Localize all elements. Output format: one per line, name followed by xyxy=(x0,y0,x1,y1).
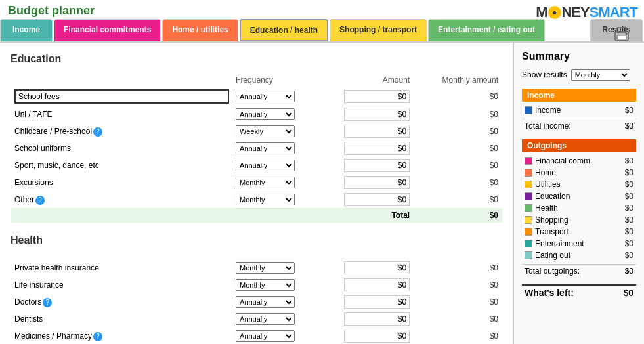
income-total-row: Total income: $0 xyxy=(522,119,636,133)
education-section-title: Education xyxy=(11,53,502,65)
outgoings-section-title: Outgoings xyxy=(522,139,636,152)
amount-input[interactable] xyxy=(344,312,410,326)
show-results-select[interactable]: Monthly Weekly Fortnightly Annually xyxy=(571,69,630,81)
help-icon[interactable]: ? xyxy=(93,127,102,137)
logo: M ● NEY SMART xyxy=(536,4,637,21)
col-label-header xyxy=(11,73,232,87)
education-row: Other?WeeklyFortnightlyMonthlyAnnually$0 xyxy=(11,191,502,208)
tab-home[interactable]: Home / utilities xyxy=(162,19,238,41)
outgoing-summary-row: Transport$0 xyxy=(522,226,636,238)
education-row: Uni / TAFEWeeklyFortnightlyMonthlyAnnual… xyxy=(11,106,502,123)
frequency-select[interactable]: WeeklyFortnightlyMonthlyAnnually xyxy=(236,108,295,120)
frequency-select[interactable]: WeeklyFortnightlyMonthlyAnnually xyxy=(236,313,295,325)
amount-input[interactable] xyxy=(344,330,410,343)
outgoing-color-dot xyxy=(525,204,532,212)
svg-rect-1 xyxy=(617,35,626,40)
outgoing-color-dot xyxy=(525,181,532,188)
help-icon[interactable]: ? xyxy=(35,196,45,205)
outgoings-total-label: Total outgoings: xyxy=(525,267,580,276)
svg-rect-2 xyxy=(617,28,626,33)
tab-entertainment[interactable]: Entertainment / eating out xyxy=(428,19,545,41)
education-row: Sport, music, dance, etcWeeklyFortnightl… xyxy=(11,157,502,174)
frequency-select[interactable]: WeeklyFortnightlyMonthlyAnnually xyxy=(236,330,295,342)
education-row: School uniformsWeeklyFortnightlyMonthlyA… xyxy=(11,140,502,157)
outgoing-summary-row: Home$0 xyxy=(522,167,636,179)
frequency-select[interactable]: WeeklyFortnightlyMonthlyAnnually xyxy=(236,91,295,102)
income-summary-row: Income$0 xyxy=(522,104,636,116)
outgoing-summary-row: Shopping$0 xyxy=(522,214,636,226)
outgoings-total-value: $0 xyxy=(625,267,633,276)
frequency-select[interactable]: WeeklyFortnightlyMonthlyAnnually xyxy=(236,194,295,205)
col-monthly-header: Monthly amount xyxy=(414,73,502,87)
frequency-select[interactable]: WeeklyFortnightlyMonthlyAnnually xyxy=(236,160,295,171)
amount-input[interactable] xyxy=(344,261,410,274)
health-row: Doctors?WeeklyFortnightlyMonthlyAnnually… xyxy=(11,293,502,311)
help-icon[interactable]: ? xyxy=(93,332,102,341)
amount-input[interactable] xyxy=(344,125,410,138)
show-results-row: Show results Monthly Weekly Fortnightly … xyxy=(522,69,636,81)
outgoing-color-dot xyxy=(525,192,532,200)
education-row: Childcare / Pre-school?WeeklyFortnightly… xyxy=(11,123,502,140)
amount-input[interactable] xyxy=(344,108,410,121)
education-table: Frequency Amount Monthly amount WeeklyFo… xyxy=(11,73,502,223)
outgoing-color-dot xyxy=(525,228,532,236)
health-row: Medicines / Pharmacy?WeeklyFortnightlyMo… xyxy=(11,328,502,344)
whats-left-row: What's left: $0 xyxy=(522,284,636,300)
frequency-select[interactable]: WeeklyFortnightlyMonthlyAnnually xyxy=(236,142,295,154)
outgoings-section: Outgoings Financial comm.$0Home$0Utiliti… xyxy=(522,139,636,278)
tab-bar: Income Financial commitments Home / util… xyxy=(0,19,644,43)
print-icon[interactable] xyxy=(612,25,631,45)
whats-left-value: $0 xyxy=(623,288,633,298)
frequency-select[interactable]: WeeklyFortnightlyMonthlyAnnually xyxy=(236,296,295,308)
show-results-label: Show results xyxy=(522,70,567,79)
svg-point-3 xyxy=(626,33,628,35)
tab-shopping[interactable]: Shopping / transport xyxy=(330,19,427,41)
frequency-select[interactable]: WeeklyFortnightlyMonthlyAnnually xyxy=(236,125,295,137)
frequency-select[interactable]: WeeklyFortnightlyMonthlyAnnually xyxy=(236,279,295,291)
income-section-title: Income xyxy=(522,89,636,102)
income-color-dot xyxy=(525,106,532,114)
outgoing-color-dot xyxy=(525,216,532,224)
health-row: Life insuranceWeeklyFortnightlyMonthlyAn… xyxy=(11,276,502,293)
amount-input[interactable] xyxy=(344,295,410,309)
amount-input[interactable] xyxy=(344,142,410,155)
outgoing-summary-row: Eating out$0 xyxy=(522,249,636,261)
tab-income[interactable]: Income xyxy=(0,19,53,41)
outgoings-total-row: Total outgoings: $0 xyxy=(522,264,636,278)
income-section: Income Income$0 Total income: $0 xyxy=(522,89,636,133)
outgoing-summary-row: Entertainment$0 xyxy=(522,238,636,249)
summary-panel: Summary Show results Monthly Weekly Fort… xyxy=(513,43,644,344)
education-row: ExcursionsWeeklyFortnightlyMonthlyAnnual… xyxy=(11,174,502,191)
whats-left-label: What's left: xyxy=(525,288,574,298)
income-total-label: Total income: xyxy=(525,121,571,131)
health-row: DentistsWeeklyFortnightlyMonthlyAnnually… xyxy=(11,311,502,328)
frequency-select[interactable]: WeeklyFortnightlyMonthlyAnnually xyxy=(236,262,295,274)
col-amount-header: Amount xyxy=(340,73,414,87)
education-row: WeeklyFortnightlyMonthlyAnnually$0 xyxy=(11,87,502,106)
help-icon[interactable]: ? xyxy=(43,298,52,307)
col-frequency-header: Frequency xyxy=(232,73,340,87)
outgoing-summary-row: Financial comm.$0 xyxy=(522,155,636,167)
tab-financial[interactable]: Financial commitments xyxy=(54,19,161,41)
outgoing-summary-row: Utilities$0 xyxy=(522,179,636,190)
income-total-value: $0 xyxy=(625,121,633,131)
amount-input[interactable] xyxy=(344,176,410,189)
health-table: Private health insuranceWeeklyFortnightl… xyxy=(11,254,502,344)
amount-input[interactable] xyxy=(344,90,410,103)
frequency-select[interactable]: WeeklyFortnightlyMonthlyAnnually xyxy=(236,177,295,188)
outgoing-color-dot xyxy=(525,157,532,165)
amount-input[interactable] xyxy=(344,193,410,206)
outgoing-summary-row: Health$0 xyxy=(522,202,636,214)
outgoing-color-dot xyxy=(525,240,532,247)
amount-input[interactable] xyxy=(344,159,410,172)
outgoing-summary-row: Education$0 xyxy=(522,190,636,202)
summary-title: Summary xyxy=(522,51,636,62)
school-fees-input[interactable] xyxy=(14,89,229,104)
outgoing-color-dot xyxy=(525,251,532,259)
outgoing-color-dot xyxy=(525,169,532,177)
health-row: Private health insuranceWeeklyFortnightl… xyxy=(11,259,502,276)
health-section-title: Health xyxy=(11,234,502,246)
amount-input[interactable] xyxy=(344,278,410,291)
tab-education[interactable]: Education / health xyxy=(240,19,328,41)
